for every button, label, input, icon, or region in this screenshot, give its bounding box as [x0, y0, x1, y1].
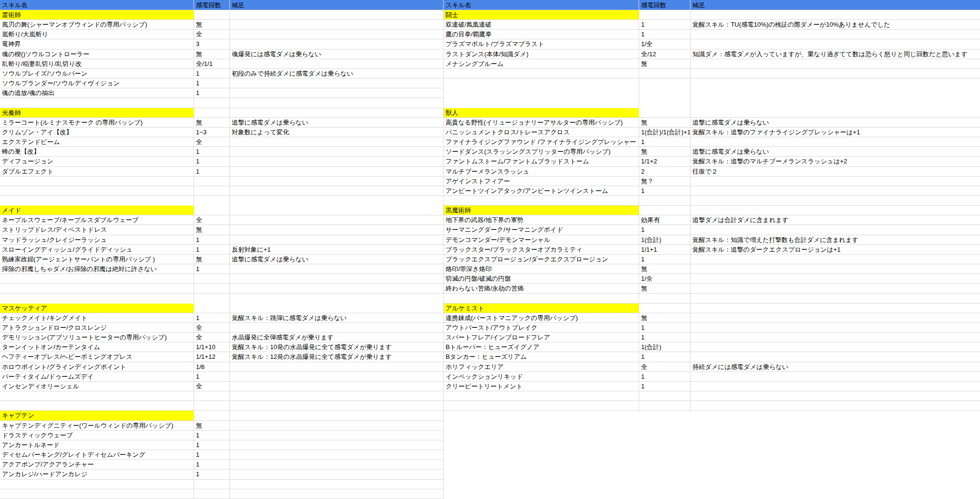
- cell-note[interactable]: [691, 264, 980, 274]
- cell-skill-name[interactable]: Bタンカー：ヒューズリアム: [444, 352, 639, 361]
- cell-skill-name[interactable]: ラストダンス(本体/知識ダメ): [444, 49, 639, 59]
- cell-note[interactable]: [691, 274, 980, 283]
- cell-shock-count[interactable]: 1: [194, 235, 230, 244]
- cell-skill-name[interactable]: ソードダンス(スラッシングスプリッターの専用パッシブ): [444, 147, 639, 156]
- cell-shock-count[interactable]: [194, 401, 230, 410]
- cell-shock-count[interactable]: 無: [639, 147, 691, 156]
- cell-note[interactable]: [691, 225, 980, 234]
- cell-note[interactable]: [691, 30, 980, 39]
- cell-skill-name[interactable]: [0, 284, 194, 293]
- cell-skill-name[interactable]: [444, 98, 639, 108]
- cell-note[interactable]: 追撃に感電ダメは乗らない: [691, 118, 980, 127]
- cell-shock-count[interactable]: [194, 274, 230, 283]
- cell-skill-name[interactable]: [444, 401, 639, 410]
- cell-skill-name[interactable]: [444, 88, 639, 98]
- cell-shock-count[interactable]: 無: [639, 118, 691, 127]
- cell-note[interactable]: [230, 167, 444, 176]
- cell-skill-name[interactable]: [444, 391, 639, 401]
- cell-skill-name[interactable]: 切滅の円盤/破滅の円盤: [444, 274, 639, 283]
- cell-skill-name[interactable]: スローイングディッシュ/グライドディッシュ: [0, 245, 194, 254]
- cell-note[interactable]: [691, 79, 980, 88]
- cell-shock-count[interactable]: [194, 186, 230, 195]
- cell-skill-name[interactable]: チェックメイト/キングメイト: [0, 313, 194, 322]
- cell-shock-count[interactable]: [639, 98, 691, 108]
- cell-note[interactable]: 覚醒スキル：TU(感電10%)の検証の際ダメーが10%ありませんでした: [691, 20, 980, 29]
- cell-skill-name[interactable]: インペックションリキッド: [444, 372, 639, 381]
- cell-skill-name[interactable]: スパートフレア/インブロードフレア: [444, 333, 639, 342]
- cell-shock-count[interactable]: [194, 177, 230, 186]
- cell-shock-count[interactable]: 全: [194, 137, 230, 146]
- cell-skill-name[interactable]: [0, 489, 194, 499]
- cell-shock-count[interactable]: 1: [639, 30, 691, 39]
- cell-shock-count[interactable]: 1~3: [194, 128, 230, 137]
- cell-note[interactable]: [230, 39, 444, 48]
- cell-shock-count[interactable]: [639, 10, 691, 19]
- cell-skill-name[interactable]: [0, 274, 194, 283]
- cell-shock-count[interactable]: 1: [639, 372, 691, 381]
- cell-skill-name[interactable]: ファイナライジングファウンド /ファイナライジングプレッシャー: [444, 137, 639, 146]
- cell-skill-name[interactable]: エクステンドビーム: [0, 137, 194, 146]
- cell-shock-count[interactable]: 1: [194, 79, 230, 88]
- cell-shock-count[interactable]: 1(合計): [639, 342, 691, 352]
- cell-note[interactable]: [230, 391, 444, 401]
- cell-skill-name[interactable]: パニッシュメントクロス/トレースアクロス: [444, 128, 639, 137]
- cell-shock-count[interactable]: [194, 480, 230, 489]
- cell-shock-count[interactable]: 1: [194, 264, 230, 274]
- cell-skill-name[interactable]: 竜神昇: [0, 39, 194, 48]
- cell-skill-name[interactable]: パーティタイム/ドゥームズデイ: [0, 372, 194, 381]
- cell-skill-name[interactable]: ストリップドレス/ディベストドレス: [0, 225, 194, 234]
- cell-skill-name[interactable]: アンカレジ/ハードアンカレジ: [0, 469, 194, 479]
- cell-skill-name[interactable]: メナシングブルーム: [444, 59, 639, 68]
- cell-note[interactable]: [230, 274, 444, 283]
- cell-skill-name[interactable]: ダブルエフェクト: [0, 167, 194, 176]
- cell-shock-count[interactable]: 全: [639, 362, 691, 371]
- cell-skill-name[interactable]: [0, 294, 194, 304]
- cell-note[interactable]: [230, 431, 444, 440]
- cell-note[interactable]: [691, 88, 980, 98]
- cell-shock-count[interactable]: [194, 10, 230, 19]
- cell-skill-name[interactable]: 嵐斬り/大嵐斬り: [0, 30, 194, 39]
- cell-note[interactable]: [230, 88, 444, 97]
- cell-skill-name[interactable]: プラズマボルト/プラズマブラスト: [444, 39, 639, 48]
- cell-shock-count[interactable]: 1/全: [639, 274, 691, 283]
- cell-shock-count[interactable]: 無: [639, 284, 691, 293]
- cell-shock-count[interactable]: 無: [194, 118, 230, 127]
- cell-shock-count[interactable]: 1/1+1: [639, 245, 691, 254]
- cell-shock-count[interactable]: 1: [194, 245, 230, 254]
- cell-shock-count[interactable]: 1: [194, 450, 230, 459]
- cell-note[interactable]: [691, 206, 980, 215]
- cell-skill-name[interactable]: 獣人: [444, 108, 639, 117]
- cell-note[interactable]: [230, 30, 444, 39]
- cell-shock-count[interactable]: [639, 391, 691, 401]
- cell-note[interactable]: [691, 284, 980, 293]
- cell-skill-name[interactable]: 鷹の目拳/覇鷹拳: [444, 30, 639, 39]
- cell-skill-name[interactable]: [444, 294, 639, 303]
- cell-shock-count[interactable]: 無: [194, 421, 230, 430]
- cell-shock-count[interactable]: 1(合計)/1(合計)+1: [639, 128, 691, 137]
- cell-shock-count[interactable]: [194, 294, 230, 304]
- cell-skill-name[interactable]: ディフュージョン: [0, 157, 194, 166]
- cell-note[interactable]: [230, 10, 444, 19]
- cell-shock-count[interactable]: 全: [194, 215, 230, 225]
- column-header-shock-count[interactable]: 感電回数: [639, 0, 691, 10]
- cell-skill-name[interactable]: ネープルスウェーブ/ネープルスダブルウェーブ: [0, 215, 194, 225]
- cell-skill-name[interactable]: サーマニングダーク/サーマニングボイド: [444, 225, 639, 234]
- cell-skill-name[interactable]: アルケミスト: [444, 304, 639, 313]
- cell-skill-name[interactable]: 光奏師: [0, 108, 194, 117]
- cell-note[interactable]: [691, 108, 980, 117]
- cell-note[interactable]: [230, 450, 444, 459]
- cell-shock-count[interactable]: 全/12: [639, 49, 691, 59]
- cell-note[interactable]: [230, 137, 444, 146]
- cell-shock-count[interactable]: 無: [639, 313, 691, 322]
- cell-note[interactable]: [691, 137, 980, 146]
- cell-skill-name[interactable]: 連携錬成(バーストマニアックの専用パッシブ): [444, 313, 639, 322]
- cell-shock-count[interactable]: [639, 304, 691, 313]
- cell-note[interactable]: [691, 313, 980, 322]
- cell-shock-count[interactable]: 1: [194, 431, 230, 440]
- cell-skill-name[interactable]: [444, 69, 639, 78]
- cell-note[interactable]: 対象数によって変化: [230, 128, 444, 137]
- cell-note[interactable]: [691, 69, 980, 78]
- cell-skill-name[interactable]: [0, 177, 194, 186]
- cell-skill-name[interactable]: ミラーコート(ルミナスモナーク の専用パッシブ): [0, 118, 194, 127]
- cell-shock-count[interactable]: [639, 294, 691, 303]
